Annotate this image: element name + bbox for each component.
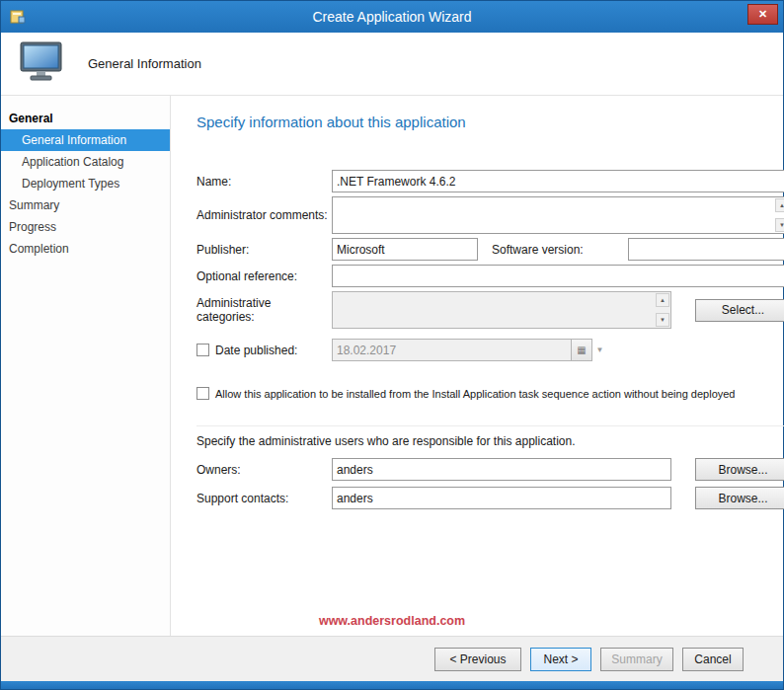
section-divider [196,425,784,426]
allow-task-sequence-checkbox[interactable] [196,387,209,400]
previous-button[interactable]: < Previous [434,648,521,671]
software-version-input[interactable] [628,238,784,261]
select-button[interactable]: Select... [695,299,784,322]
sidebar-item-progress[interactable]: Progress [1,216,170,238]
allow-task-sequence-label: Allow this application to be installed f… [215,388,736,400]
cancel-button[interactable]: Cancel [682,648,744,671]
publisher-label: Publisher: [196,243,332,257]
scroll-down-icon: ▼ [656,313,669,327]
optional-reference-label: Optional reference: [196,269,332,283]
date-published-label: Date published: [215,344,297,357]
optional-reference-input[interactable] [332,265,784,287]
summary-button: Summary [600,648,673,671]
sidebar-item-completion[interactable]: Completion [1,238,170,260]
wizard-page-content: Specify information about this applicati… [171,96,784,636]
owners-browse-button[interactable]: Browse... [695,458,784,481]
allow-task-sequence-row: Allow this application to be installed f… [196,387,784,400]
sidebar-item-summary[interactable]: Summary [1,194,170,216]
scroll-down-icon[interactable]: ▼ [775,218,784,232]
name-label: Name: [196,175,332,189]
date-published-row: Date published: ▦ ▼ [196,339,784,361]
window-title: Create Application Wizard [1,9,783,25]
next-button[interactable]: Next > [530,648,591,671]
computer-icon [19,41,64,87]
software-version-label: Software version: [478,243,628,257]
date-published-checkbox[interactable] [196,344,209,356]
scrollbar: ▲ ▼ [655,292,670,328]
publisher-input[interactable] [332,238,478,261]
administrative-categories-input: ▲ ▼ [332,291,671,329]
scroll-up-icon: ▲ [656,293,669,307]
watermark-text: www.andersrodland.com [1,614,783,628]
optional-reference-row: Optional reference: [196,265,784,287]
scroll-up-icon[interactable]: ▲ [775,198,784,212]
wizard-nav-sidebar: General General Information Application … [1,96,171,636]
administrative-users-text: Specify the administrative users who are… [196,434,784,448]
scrollbar: ▲ ▼ [774,197,784,233]
administrator-comments-row: Administrator comments: ▲ ▼ [196,196,784,234]
page-heading: Specify information about this applicati… [196,114,784,130]
titlebar[interactable]: Create Application Wizard ✕ [1,1,783,33]
sidebar-item-deployment-types[interactable]: Deployment Types [1,173,170,194]
administrator-comments-label: Administrator comments: [196,208,332,222]
owners-row: Owners: Browse... [196,458,784,481]
administrative-categories-label: Administrative categories: [196,296,332,324]
sidebar-item-general-information[interactable]: General Information [1,129,170,151]
support-contacts-label: Support contacts: [196,492,332,505]
wizard-body: General General Information Application … [1,96,783,636]
sidebar-item-application-catalog[interactable]: Application Catalog [1,151,170,173]
wizard-button-bar: < Previous Next > Summary Cancel [1,636,783,681]
owners-input[interactable] [332,458,671,481]
name-input[interactable] [332,170,784,192]
date-published-field: Date published: [196,344,332,357]
administrator-comments-input[interactable]: ▲ ▼ [332,196,784,234]
administrative-categories-row: Administrative categories: ▲ ▼ Select... [196,291,784,329]
header-page-title: General Information [88,56,201,71]
support-contacts-row: Support contacts: Browse... [196,487,784,509]
sidebar-item-general[interactable]: General [1,108,170,129]
window-bottom-border [1,681,783,689]
calendar-icon: ▦ [571,339,592,361]
name-row: Name: [196,170,784,192]
publisher-row: Publisher: Software version: [196,238,784,261]
date-published-input [332,339,572,361]
create-application-wizard-window: Create Application Wizard ✕ General Info… [0,0,784,690]
close-button[interactable]: ✕ [747,4,778,25]
wizard-header: General Information [1,33,783,96]
owners-label: Owners: [196,463,332,477]
support-contacts-input[interactable] [332,487,671,509]
calendar-dropdown-icon: ▼ [592,345,607,354]
support-contacts-browse-button[interactable]: Browse... [695,487,784,509]
